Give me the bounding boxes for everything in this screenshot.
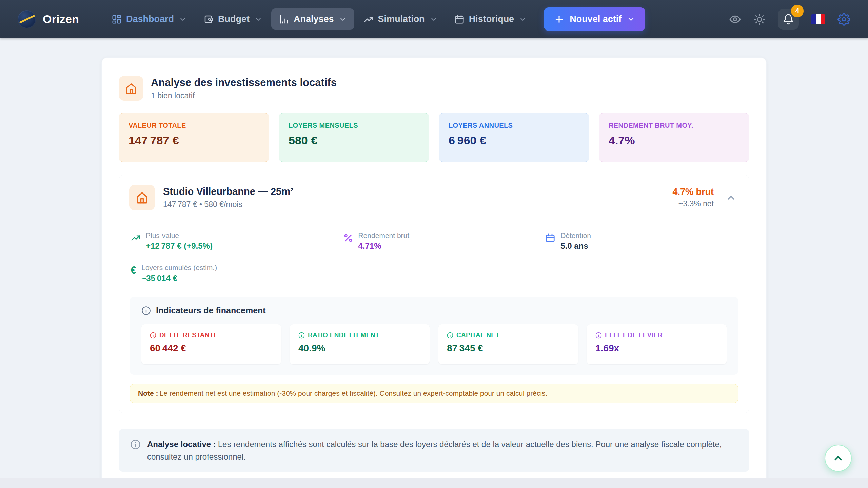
home-icon [119, 76, 143, 101]
stat-value: 147 787 € [129, 134, 259, 147]
fin-card-ratio-endettement: RATIO ENDETTEMENT 40.9% [290, 324, 430, 364]
brand[interactable]: Orizen [18, 10, 79, 28]
dashboard-grid-icon [112, 14, 122, 24]
fin-label-text: DETTE RESTANTE [159, 331, 218, 339]
fin-card-effet-de-levier: EFFET DE LEVIER 1.69x [587, 324, 727, 364]
metric-text: Plus-value +12 787 € (+9.5%) [146, 231, 213, 251]
nav-label-analyses: Analyses [294, 14, 334, 24]
fin-label-text: EFFET DE LEVIER [605, 331, 663, 339]
nav-item-historique[interactable]: Historique [447, 8, 535, 30]
metric-value: ~35 014 € [141, 273, 217, 283]
page-header-text: Analyse des investissements locatifs 1 b… [151, 77, 337, 100]
nav-label-budget: Budget [218, 14, 250, 24]
fin-label-text: CAPITAL NET [456, 331, 499, 339]
info-icon [595, 332, 602, 339]
stat-label: VALEUR TOTALE [129, 122, 259, 129]
calendar-icon [454, 14, 465, 24]
stat-label: RENDEMENT BRUT MOY. [609, 122, 739, 129]
note-text: Le rendement net est une estimation (-30… [160, 389, 548, 397]
metric-value: 5.0 ans [560, 241, 591, 251]
main-nav: Dashboard Budget Analyses [104, 8, 534, 30]
fin-label-text: RATIO ENDETTEMENT [308, 331, 379, 339]
metric-text: Détention 5.0 ans [560, 231, 591, 251]
new-asset-button[interactable]: Nouvel actif [544, 7, 645, 31]
property-metrics: Plus-value +12 787 € (+9.5%) Rendement b… [119, 220, 749, 297]
stat-card-rendement-brut: RENDEMENT BRUT MOY. 4.7% [599, 113, 749, 162]
property-card: Studio Villeurbanne — 25m² 147 787 € • 5… [119, 175, 749, 413]
footer-info-label: Analyse locative : [147, 440, 216, 449]
info-icon [298, 332, 305, 339]
metric-value: +12 787 € (+9.5%) [146, 241, 213, 251]
chevron-down-icon [339, 16, 347, 23]
chevron-down-icon [519, 16, 527, 23]
stat-label: LOYERS MENSUELS [289, 122, 419, 129]
notification-badge: 4 [791, 5, 804, 17]
main-content: Analyse des investissements locatifs 1 b… [0, 38, 868, 488]
wallet-icon [203, 14, 214, 24]
page-title: Analyse des investissements locatifs [151, 77, 337, 89]
gross-yield: 4.7% brut [672, 187, 714, 197]
metric-detention: Détention 5.0 ans [545, 231, 737, 251]
eye-icon[interactable] [729, 13, 741, 25]
net-yield: ~3.3% net [672, 199, 714, 208]
french-flag-icon[interactable] [811, 14, 825, 24]
metric-loyers-cumules: € Loyers cumulés (estim.) ~35 014 € [131, 264, 343, 283]
info-icon [447, 332, 453, 339]
sun-icon[interactable] [753, 13, 766, 25]
stat-label: LOYERS ANNUELS [449, 122, 579, 129]
fin-value: 60 442 € [150, 343, 273, 354]
fin-label: CAPITAL NET [447, 331, 570, 339]
footer-info-body: Les rendements affichés sont calculés su… [147, 440, 722, 461]
nav-item-simulation[interactable]: Simulation [356, 8, 445, 30]
fin-value: 40.9% [298, 343, 421, 354]
note-banner: Note :Le rendement net est une estimatio… [130, 384, 738, 403]
chevron-up-icon[interactable] [725, 192, 737, 203]
nav-label-dashboard: Dashboard [126, 14, 174, 24]
scroll-to-top-button[interactable] [825, 445, 852, 472]
page-header: Analyse des investissements locatifs 1 b… [119, 76, 749, 101]
financing-panel: Indicateurs de financement DETTE RESTANT… [130, 297, 738, 375]
property-header[interactable]: Studio Villeurbanne — 25m² 147 787 € • 5… [119, 175, 749, 220]
orizen-logo-icon [18, 10, 36, 28]
nav-item-dashboard[interactable]: Dashboard [104, 8, 194, 30]
fin-label: DETTE RESTANTE [150, 331, 273, 339]
info-icon [141, 306, 151, 316]
metric-text: Loyers cumulés (estim.) ~35 014 € [141, 264, 217, 283]
home-icon [129, 185, 155, 210]
info-icon [150, 332, 156, 339]
summary-stat-cards: VALEUR TOTALE 147 787 € LOYERS MENSUELS … [119, 113, 749, 162]
stat-card-valeur-totale: VALEUR TOTALE 147 787 € [119, 113, 269, 162]
percent-icon [343, 233, 353, 243]
property-title-block: Studio Villeurbanne — 25m² 147 787 € • 5… [163, 186, 294, 209]
property-name: Studio Villeurbanne — 25m² [163, 186, 294, 197]
topbar-right-actions: 4 [729, 9, 850, 30]
nav-item-analyses[interactable]: Analyses [271, 8, 354, 30]
analysis-panel: Analyse des investissements locatifs 1 b… [101, 57, 767, 488]
stat-card-loyers-annuels: LOYERS ANNUELS 6 960 € [439, 113, 589, 162]
metric-value: 4.71% [358, 241, 410, 251]
property-yields: 4.7% brut ~3.3% net [672, 187, 714, 208]
brand-name: Orizen [43, 13, 79, 26]
stat-card-loyers-mensuels: LOYERS MENSUELS 580 € [279, 113, 429, 162]
plus-icon [554, 14, 564, 24]
nav-label-historique: Historique [469, 14, 514, 24]
fin-card-capital-net: CAPITAL NET 87 345 € [438, 324, 578, 364]
stat-value: 580 € [289, 134, 419, 147]
gear-icon[interactable] [837, 13, 850, 26]
fin-label: RATIO ENDETTEMENT [298, 331, 421, 339]
nav-divider [92, 12, 92, 27]
footer-info-text: Analyse locative :Les rendements affiché… [147, 438, 738, 463]
footer-info-panel: Analyse locative :Les rendements affiché… [119, 429, 749, 472]
chevron-down-icon [627, 15, 635, 23]
financing-cards: DETTE RESTANTE 60 442 € RATIO ENDETTEMEN… [141, 324, 727, 364]
page-bottom-strip [0, 478, 868, 488]
top-navigation-bar: Orizen Dashboard Budget Analys [0, 0, 868, 38]
fin-label: EFFET DE LEVIER [595, 331, 718, 339]
nav-item-budget[interactable]: Budget [196, 8, 270, 30]
property-details: 147 787 € • 580 €/mois [163, 200, 294, 209]
financing-header: Indicateurs de financement [141, 306, 727, 316]
bar-chart-icon [279, 14, 289, 24]
metric-plus-value: Plus-value +12 787 € (+9.5%) [131, 231, 343, 251]
new-asset-label: Nouvel actif [570, 14, 622, 24]
notifications-button[interactable]: 4 [778, 9, 799, 30]
